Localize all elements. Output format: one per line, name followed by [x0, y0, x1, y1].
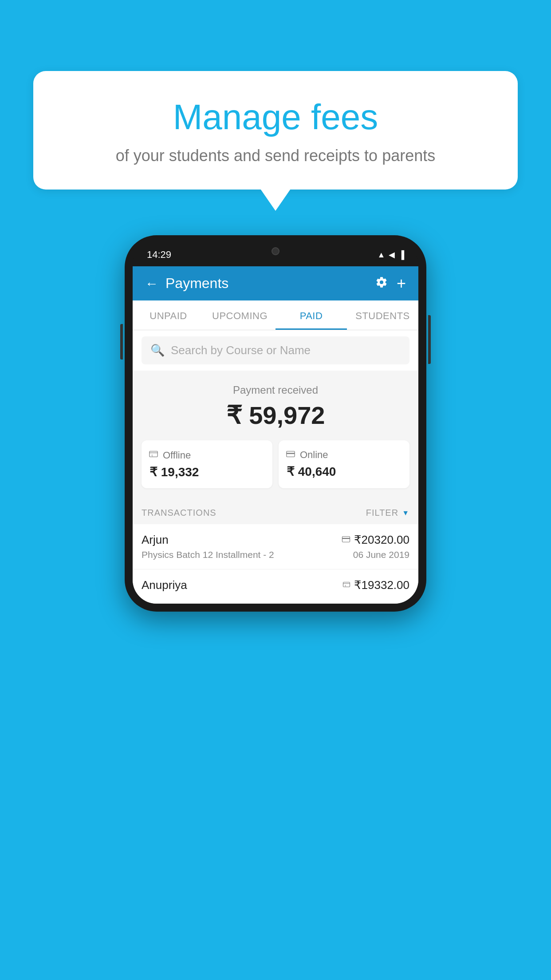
transactions-header: TRANSACTIONS FILTER ▼	[133, 499, 418, 524]
filter-button[interactable]: FILTER ▼	[366, 508, 409, 518]
settings-button[interactable]	[375, 276, 388, 291]
transaction-row-top: Anupriya ₹ ₹19332.00	[142, 578, 409, 592]
offline-label: Offline	[163, 450, 191, 461]
search-input[interactable]: Search by Course or Name	[171, 344, 311, 357]
transaction-name: Arjun	[142, 533, 169, 547]
back-button[interactable]: ←	[145, 277, 158, 290]
tab-paid[interactable]: PAID	[276, 300, 347, 330]
tab-students[interactable]: STUDENTS	[347, 300, 418, 330]
bubble-subtitle: of your students and send receipts to pa…	[55, 146, 496, 165]
offline-amount: ₹ 19,332	[149, 465, 265, 479]
bubble-title: Manage fees	[55, 98, 496, 137]
transactions-label: TRANSACTIONS	[142, 508, 216, 518]
tab-upcoming[interactable]: UPCOMING	[204, 300, 276, 330]
svg-text:₹: ₹	[345, 585, 346, 587]
online-card-header: Online	[286, 449, 402, 461]
search-icon: 🔍	[150, 344, 165, 357]
transaction-amount: ₹20320.00	[354, 533, 409, 547]
svg-rect-6	[342, 537, 350, 538]
online-icon	[286, 449, 295, 461]
svg-rect-4	[287, 453, 295, 454]
card-icon-small	[342, 536, 350, 544]
filter-text: FILTER	[366, 508, 398, 518]
status-time: 14:29	[147, 249, 171, 261]
phone-mockup: 14:29 ▲ ◀ ▐ ← Payments	[125, 235, 426, 612]
transaction-amount-wrapper: ₹20320.00	[342, 533, 409, 547]
app-bar: ← Payments +	[133, 266, 418, 300]
notch	[249, 243, 302, 259]
transaction-row[interactable]: Arjun ₹20320.00 Physics Batch 12 Install…	[133, 524, 418, 569]
phone-screen: ← Payments + UNPAID UPCOMING PAID ST	[133, 266, 418, 604]
transaction-detail: Physics Batch 12 Installment - 2	[142, 549, 274, 560]
online-amount: ₹ 40,640	[286, 464, 402, 479]
online-payment-card: Online ₹ 40,640	[279, 440, 409, 488]
power-button	[428, 315, 431, 364]
status-icons: ▲ ◀ ▐	[377, 250, 404, 260]
wifi-icon: ▲	[377, 250, 385, 260]
phone-outer: 14:29 ▲ ◀ ▐ ← Payments	[125, 235, 426, 612]
camera	[272, 247, 279, 255]
transaction-row[interactable]: Anupriya ₹ ₹19332.00	[133, 569, 418, 604]
svg-text:₹: ₹	[151, 454, 153, 457]
rupee-icon-small: ₹	[342, 581, 350, 590]
transaction-date: 06 June 2019	[353, 549, 409, 560]
transaction-row-top: Arjun ₹20320.00	[142, 533, 409, 547]
signal-icon: ◀	[389, 250, 395, 260]
search-box[interactable]: 🔍 Search by Course or Name	[142, 336, 409, 364]
app-bar-title: Payments	[165, 275, 228, 292]
online-label: Online	[300, 449, 328, 461]
app-bar-right: +	[375, 276, 406, 292]
status-bar: 14:29 ▲ ◀ ▐	[133, 243, 418, 266]
offline-icon: ₹	[149, 449, 158, 461]
battery-icon: ▐	[398, 250, 404, 260]
transaction-name: Anupriya	[142, 578, 187, 592]
filter-icon: ▼	[402, 509, 409, 517]
volume-button	[120, 324, 123, 360]
tabs-bar: UNPAID UPCOMING PAID STUDENTS	[133, 300, 418, 330]
search-container: 🔍 Search by Course or Name	[133, 330, 418, 371]
payment-cards: ₹ Offline ₹ 19,332 Online	[142, 440, 409, 488]
app-bar-left: ← Payments	[145, 275, 228, 292]
tab-unpaid[interactable]: UNPAID	[133, 300, 204, 330]
payment-received-label: Payment received	[142, 384, 409, 396]
svg-rect-0	[150, 451, 157, 457]
payment-total-amount: ₹ 59,972	[142, 401, 409, 430]
add-button[interactable]: +	[397, 276, 406, 292]
speech-bubble: Manage fees of your students and send re…	[33, 71, 518, 190]
svg-rect-5	[342, 536, 350, 541]
svg-rect-7	[343, 582, 350, 587]
offline-payment-card: ₹ Offline ₹ 19,332	[142, 440, 272, 488]
payment-summary: Payment received ₹ 59,972 ₹ Offline ₹ 19…	[133, 371, 418, 499]
transaction-amount: ₹19332.00	[354, 578, 409, 592]
offline-card-header: ₹ Offline	[149, 449, 265, 461]
transaction-amount-wrapper: ₹ ₹19332.00	[342, 578, 409, 592]
settings-icon	[375, 276, 388, 288]
transaction-row-bottom: Physics Batch 12 Installment - 2 06 June…	[142, 549, 409, 560]
